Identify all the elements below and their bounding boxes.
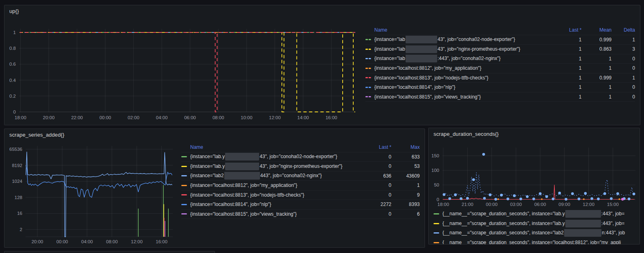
series-color-swatch (181, 156, 187, 157)
svg-text:12:00: 12:00 (269, 115, 281, 120)
svg-text:09:00: 09:00 (558, 202, 570, 207)
panel-title-up[interactable]: up{} (9, 8, 19, 14)
panel-scrape-duration-seconds: scrape_duration_seconds{} 18:0021:0000:0… (428, 128, 640, 244)
series-color-swatch (434, 213, 439, 214)
series-name: {instance="localhost:8815", job="views_t… (374, 94, 556, 100)
legend-value-max: 6 (391, 211, 420, 217)
legend-row[interactable]: {instance="localhost:8815", job="views_t… (365, 92, 635, 102)
redaction-box (564, 229, 601, 237)
scrape-series-added-chart[interactable]: 20:0000:0004:0008:0012:0016:002161281024… (4, 129, 180, 248)
svg-text:16:00: 16:00 (156, 239, 167, 244)
legend-value-mean: 1 (582, 56, 612, 62)
legend-header-row: NameLast *MeanDelta (365, 26, 635, 35)
series-name: {__name__="scrape_duration_seconds", ins… (442, 210, 638, 218)
svg-text:20:00: 20:00 (32, 239, 43, 244)
legend-col-name[interactable]: Name (190, 144, 363, 150)
legend-row[interactable]: {instance="localhost:8812", job="my_appl… (181, 181, 420, 191)
series-name: {__name__="scrape_duration_seconds", ins… (442, 240, 638, 244)
panel-title-scrape-duration-seconds[interactable]: scrape_duration_seconds{} (434, 131, 499, 137)
series-name: {instance="localhost:8813", job="nodejs-… (190, 192, 363, 198)
series-name: {instance="lab2443", job="conoha02-nginx… (190, 172, 363, 180)
legend-value-mean: 1 (582, 84, 612, 90)
svg-text:0.6: 0.6 (9, 62, 16, 66)
legend-row[interactable]: {instance="lab.y43", job="nginx-promethe… (181, 162, 420, 172)
svg-text:06:00: 06:00 (535, 202, 546, 207)
svg-text:08:00: 08:00 (106, 239, 118, 244)
legend-row[interactable]: {instance="lab43", job="nginx-prometheus… (365, 45, 635, 54)
legend-value-last: 0 (363, 182, 391, 188)
svg-text:100: 100 (431, 168, 439, 173)
legend-value-delta: 0 (612, 94, 635, 100)
legend-col-last[interactable]: Last * (556, 27, 582, 33)
series-name: {instance="lab43", job="conoha02-node-ex… (374, 36, 556, 43)
scrape-series-added-legend-table: NameLast *Max{instance="lab.y43", job="c… (181, 143, 420, 219)
legend-row[interactable]: {instance="localhost:8814", job="nlp"}22… (181, 200, 420, 210)
legend-value-mean: 1 (582, 65, 612, 71)
legend-value-last: 1 (556, 84, 582, 90)
legend-row[interactable]: {__name__="scrape_duration_seconds", ins… (434, 209, 638, 219)
series-name: {instance="lab43", job="nginx-prometheus… (374, 45, 556, 53)
legend-value-delta: 1 (612, 75, 635, 81)
legend-value-last: 1 (556, 94, 582, 100)
svg-text:8192: 8192 (12, 163, 22, 168)
series-color-swatch (181, 185, 187, 186)
svg-text:12:00: 12:00 (131, 239, 143, 244)
legend-value-delta: 0 (612, 56, 635, 62)
legend-row[interactable]: {instance="lab:443", job="conoha02-nginx… (365, 54, 635, 64)
svg-text:02:00: 02:00 (128, 115, 140, 120)
legend-row[interactable]: {instance="localhost:8814", job="nlp"}11… (365, 83, 635, 92)
legend-row[interactable]: {instance="localhost:8813", job="nodejs-… (365, 73, 635, 83)
series-name: {instance="localhost:8813", job="nodejs-… (374, 75, 556, 81)
series-color-swatch (365, 96, 371, 97)
series-color-swatch (365, 58, 371, 59)
legend-col-max[interactable]: Max (391, 144, 420, 150)
svg-text:0: 0 (437, 197, 439, 202)
svg-text:04:00: 04:00 (81, 239, 93, 244)
legend-col-mean[interactable]: Mean (582, 27, 612, 33)
legend-row[interactable]: {instance="localhost:8812", job="my_appl… (365, 64, 635, 73)
legend-row[interactable]: {instance="lab2443", job="conoha02-nginx… (181, 172, 420, 181)
legend-row[interactable]: {instance="lab43", job="conoha02-node-ex… (365, 35, 635, 45)
legend-col-last[interactable]: Last * (363, 144, 391, 150)
series-name: {__name__="scrape_duration_seconds", ins… (442, 229, 638, 237)
panel-scrape-series-added: scrape_series_added{} 20:0000:0004:0008:… (4, 129, 425, 248)
svg-text:50: 50 (434, 182, 439, 187)
svg-text:22:00: 22:00 (71, 115, 83, 120)
svg-text:2: 2 (20, 227, 22, 232)
scrape-duration-seconds-legend: {__name__="scrape_duration_seconds", ins… (434, 209, 638, 244)
legend-value-last: 0 (363, 163, 391, 169)
legend-value-last: 0 (363, 154, 391, 160)
panel-title-scrape-series-added[interactable]: scrape_series_added{} (9, 132, 64, 138)
series-color-swatch (181, 213, 187, 214)
up-chart[interactable]: 18:0020:0022:0000:0002:0004:0006:0008:00… (4, 5, 361, 126)
svg-text:0: 0 (13, 109, 16, 114)
series-color-swatch (434, 232, 439, 234)
legend-col-name[interactable]: Name (374, 27, 556, 33)
up-legend-table: NameLast *MeanDelta{instance="lab43", jo… (365, 26, 635, 102)
svg-text:18:00: 18:00 (438, 202, 449, 207)
series-name: {instance="localhost:8815", job="views_t… (190, 211, 363, 217)
legend-col-delta[interactable]: Delta (612, 27, 635, 33)
legend-row[interactable]: {instance="lab.y43", job="conoha02-node-… (181, 152, 420, 162)
redaction-box (406, 36, 437, 43)
svg-text:15:00: 15:00 (607, 202, 619, 207)
series-color-swatch (365, 39, 371, 40)
legend-value-last: 2272 (363, 202, 391, 207)
legend-row[interactable]: {__name__="scrape_duration_seconds", ins… (434, 219, 638, 229)
redaction-box (565, 210, 601, 218)
legend-row[interactable]: {__name__="scrape_duration_seconds", ins… (434, 238, 638, 244)
svg-text:16: 16 (17, 211, 22, 216)
legend-row[interactable]: {instance="localhost:8813", job="nodejs-… (181, 191, 420, 200)
svg-text:00:00: 00:00 (99, 115, 111, 120)
legend-row[interactable]: {instance="localhost:8815", job="views_t… (181, 210, 420, 219)
svg-text:06:00: 06:00 (184, 115, 196, 120)
legend-value-mean: 1 (582, 94, 612, 100)
svg-text:12:00: 12:00 (583, 202, 595, 207)
series-color-swatch (434, 223, 439, 224)
series-name: {instance="lab.y43", job="nginx-promethe… (190, 163, 363, 170)
legend-row[interactable]: {__name__="scrape_duration_seconds", ins… (434, 228, 638, 238)
series-name: {instance="localhost:8812", job="my_appl… (190, 182, 363, 188)
legend-value-last: 636 (363, 173, 391, 179)
svg-text:08:00: 08:00 (213, 115, 224, 120)
svg-text:0.2: 0.2 (9, 94, 16, 99)
